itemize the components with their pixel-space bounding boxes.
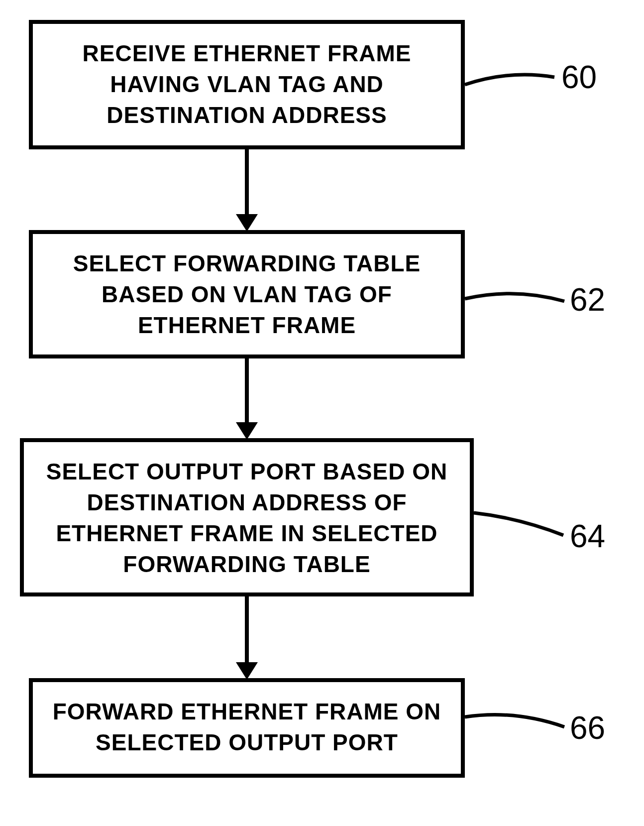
ref-label-1: 60 [561, 59, 597, 96]
step-text-1: RECEIVE ETHERNET FRAME HAVING VLAN TAG A… [83, 40, 412, 128]
step-box-2: SELECT FORWARDING TABLE BASED ON VLAN TA… [29, 230, 465, 358]
arrowhead-2 [236, 422, 258, 440]
step-text-3: SELECT OUTPUT PORT BASED ON DESTINATION … [46, 459, 447, 577]
arrowhead-1 [236, 214, 258, 232]
ref-label-4: 66 [570, 709, 605, 746]
step-box-4: FORWARD ETHERNET FRAME ON SELECTED OUTPU… [29, 678, 465, 778]
step-text-2: SELECT FORWARDING TABLE BASED ON VLAN TA… [73, 250, 421, 338]
step-text-4: FORWARD ETHERNET FRAME ON SELECTED OUTPU… [53, 699, 441, 755]
step-box-3: SELECT OUTPUT PORT BASED ON DESTINATION … [20, 438, 474, 596]
arrow-line-2 [245, 358, 249, 428]
connector-1 [465, 72, 564, 104]
step-box-1: RECEIVE ETHERNET FRAME HAVING VLAN TAG A… [29, 20, 465, 149]
connector-2 [465, 291, 574, 318]
arrowhead-3 [236, 662, 258, 680]
ref-label-2: 62 [570, 281, 605, 318]
connector-3 [474, 508, 573, 545]
connector-4 [465, 709, 572, 741]
arrow-line-1 [245, 149, 249, 219]
arrow-line-3 [245, 596, 249, 669]
ref-label-3: 64 [570, 518, 605, 555]
